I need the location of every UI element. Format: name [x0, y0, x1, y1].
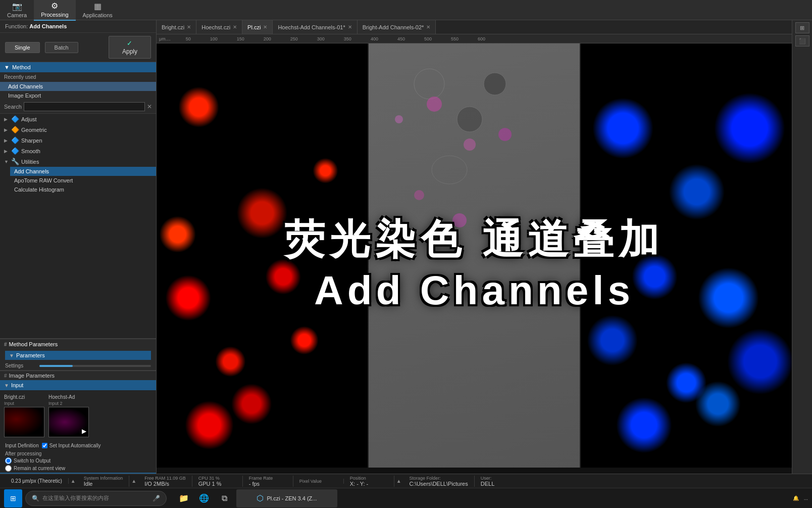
method-params-header[interactable]: # Method Parameters	[0, 339, 156, 349]
input-thumb-1[interactable]: Bright.czi Input	[4, 394, 44, 437]
taskbar-search-bar[interactable]: 🔍 在这里输入你要搜索的内容 🎤	[25, 491, 167, 506]
switch-to-output-radio[interactable]	[5, 457, 12, 464]
utilities-arrow-icon: ▼	[4, 159, 9, 164]
apply-button[interactable]: ✓ Apply	[109, 36, 151, 59]
tab-bright-close[interactable]: ✕	[187, 24, 191, 30]
system-value: Idle	[84, 481, 123, 487]
single-mode-button[interactable]: Single	[5, 42, 40, 53]
main-image-area: 荧光染色 通道叠加 Add Channels	[157, 43, 792, 483]
zen-app-label: Pl.czi - ZEN 3.4 (Z...	[267, 495, 317, 501]
search-label: Search	[4, 104, 22, 110]
parameters-sub-header[interactable]: ▼ Parameters	[5, 351, 151, 360]
tree-item-adjust[interactable]: ▶ 🔷 Adjust	[0, 114, 156, 124]
gpu-value: GPU 1 %	[198, 481, 236, 487]
cpu-segment: CPU 31 % GPU 1 %	[192, 476, 243, 487]
input-thumb-2-sub: Input 2	[48, 401, 63, 406]
pixel-label: Pixel Value	[299, 479, 337, 484]
tab-bright-add[interactable]: Bright-Add Channels-02* ✕	[358, 20, 436, 34]
search-clear-button[interactable]: ✕	[147, 103, 152, 110]
set-input-auto-label[interactable]: Set Input Automatically	[42, 443, 101, 448]
smooth-arrow-icon: ▶	[4, 149, 9, 154]
windows-start-button[interactable]: ⊞	[4, 489, 22, 507]
tab-hoechst[interactable]: Hoechst.czi ✕	[196, 20, 242, 34]
remain-current-radio[interactable]	[5, 465, 12, 472]
tab-pi-close[interactable]: ✕	[263, 24, 267, 30]
input-def-label[interactable]: Input Definition	[5, 443, 39, 448]
tab-hoechst-add[interactable]: Hoechst-Add Channels-01* ✕	[273, 20, 357, 34]
file-explorer-icon: 📁	[179, 493, 189, 503]
status-expand-button[interactable]: ▲	[69, 478, 78, 484]
user-segment: User: DELL	[475, 476, 525, 487]
position-value: X: - Y: -	[350, 481, 388, 487]
chevron-up-icon: ⬛	[799, 38, 806, 44]
image-params-header[interactable]: # Image Parameters	[0, 371, 156, 380]
taskbar-file-explorer-button[interactable]: 📁	[175, 489, 193, 507]
input-thumb-1-sub: Input	[4, 401, 14, 406]
input-thumb-2-name: Hoechst-Ad	[48, 394, 75, 400]
cpu-label: CPU 31 %	[198, 476, 236, 481]
applications-tool[interactable]: ▦ Applications	[76, 0, 120, 20]
method-item-image-export[interactable]: Image Export	[0, 91, 156, 100]
tree-item-smooth[interactable]: ▶ 🔷 Smooth	[0, 146, 156, 156]
status-bar: 0.23 μm/px (Theoretic) ▲ System Informat…	[0, 474, 812, 488]
input-thumb-1-name: Bright.czi	[4, 394, 25, 400]
tree-item-geometric[interactable]: ▶ 🔶 Geometric	[0, 124, 156, 135]
tab-hoechst-add-close[interactable]: ✕	[348, 24, 352, 30]
taskbar-apps: 📁 🌐 ⧉	[175, 489, 233, 507]
settings-slider[interactable]	[39, 365, 151, 367]
notification-icon[interactable]: 🔔	[793, 495, 799, 501]
tab-hoechst-close[interactable]: ✕	[233, 24, 237, 30]
parameters-sub-label: Parameters	[16, 352, 45, 358]
svg-point-2	[399, 134, 419, 155]
processing-tool[interactable]: ⚙ Processing	[34, 0, 75, 21]
processing-icon: ⚙	[51, 1, 58, 11]
io-value: I/O 2MB/s	[144, 481, 186, 487]
taskbar-taskview-button[interactable]: ⧉	[215, 489, 233, 507]
user-value: DELL	[481, 481, 519, 487]
function-value: Add Channels	[29, 23, 67, 29]
tree-item-add-channels[interactable]: Add Channels	[10, 167, 156, 176]
tab-bright[interactable]: Bright.czi ✕	[157, 20, 196, 34]
position-expand-button[interactable]: ▲	[394, 478, 403, 484]
input-thumb-2[interactable]: Hoechst-Ad Input 2 ▶	[48, 394, 89, 437]
remain-current-label[interactable]: Remain at current view	[5, 465, 151, 472]
input-def-text: Input Definition	[5, 443, 39, 448]
edge-icon: 🌐	[199, 493, 209, 503]
scroll-up-button[interactable]: ⬛	[795, 35, 809, 47]
camera-tool[interactable]: 📷 Camera	[0, 0, 34, 20]
method-arrow-icon: ▼	[4, 64, 10, 70]
taskbar-edge-button[interactable]: 🌐	[195, 489, 213, 507]
pixel-segment: Pixel Value	[293, 479, 344, 484]
batch-mode-button[interactable]: Batch	[45, 42, 78, 53]
tree-item-apotome[interactable]: ApoTome RAW Convert	[10, 176, 156, 185]
input-sub-header[interactable]: ▼ Input	[0, 380, 156, 390]
search-input[interactable]	[24, 102, 145, 111]
taskbar-zen-app[interactable]: ⬡ Pl.czi - ZEN 3.4 (Z...	[236, 489, 337, 507]
method-section-header[interactable]: ▼ Method	[0, 62, 156, 72]
taskbar: ⊞ 🔍 在这里输入你要搜索的内容 🎤 📁 🌐 ⧉ ⬡ Pl.czi - ZEN …	[0, 488, 812, 508]
input-thumb-2-image: ▶	[48, 407, 89, 437]
svg-point-7	[414, 190, 424, 200]
applications-label: Applications	[83, 12, 113, 18]
image-pane-mix	[369, 43, 581, 468]
image-pane-blue	[581, 43, 792, 468]
tree-item-histogram[interactable]: Calculate Histogram	[10, 185, 156, 194]
thumb-arrow-icon: ▶	[82, 428, 86, 435]
camera-icon: 📷	[12, 2, 22, 11]
tab-bright-add-close[interactable]: ✕	[426, 24, 430, 30]
tree-item-utilities[interactable]: ▼ 🔧 Utilities	[0, 156, 156, 167]
tab-bright-label: Bright.czi	[162, 24, 184, 30]
grid-view-button[interactable]: ⊞	[795, 22, 809, 33]
method-item-add-channels[interactable]: Add Channels	[0, 82, 156, 91]
taskbar-right: 🔔 ...	[793, 495, 808, 501]
system-expand-button[interactable]: ▲	[129, 478, 138, 484]
svg-point-0	[414, 69, 444, 99]
svg-point-9	[395, 115, 403, 123]
tab-pi[interactable]: Pl.czi ✕	[242, 20, 273, 34]
switch-to-output-label[interactable]: Switch to Output	[5, 457, 151, 464]
image-pane-red	[157, 43, 369, 468]
tree-item-sharpen[interactable]: ▶ 🔷 Sharpen	[0, 135, 156, 146]
ruler: μm.... 50 100 150 200 250 300 350 400 45…	[157, 34, 792, 43]
system-segment: System Information Idle	[78, 476, 130, 487]
set-input-auto-checkbox[interactable]	[42, 443, 47, 448]
